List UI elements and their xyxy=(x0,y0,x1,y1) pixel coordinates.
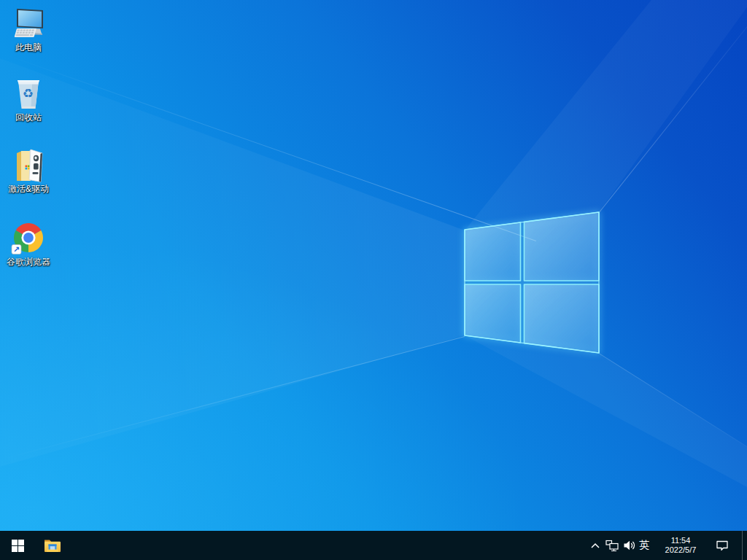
svg-text:↗: ↗ xyxy=(13,245,20,254)
light-ray-edge xyxy=(0,52,536,241)
light-beam-top-right xyxy=(0,0,747,560)
shortcut-arrow-icon: ↗ xyxy=(12,245,21,254)
desktop-icon-label: 此电脑 xyxy=(15,42,42,52)
file-explorer-icon xyxy=(44,537,61,553)
taskbar: 英 11:54 2022/5/7 xyxy=(0,531,747,560)
windows-logo-icon xyxy=(458,206,604,359)
open-folder-icon xyxy=(11,147,46,182)
network-icon xyxy=(605,540,619,552)
speaker-icon xyxy=(623,540,635,551)
svg-text:♻: ♻ xyxy=(23,87,34,101)
ime-language-label: 英 xyxy=(639,539,649,552)
windows-start-icon xyxy=(12,540,24,552)
this-pc-icon xyxy=(11,6,46,41)
light-ray-edge xyxy=(599,26,747,213)
light-ray-edge xyxy=(598,353,747,447)
action-center-icon xyxy=(716,540,729,551)
ime-language-button[interactable]: 英 xyxy=(636,531,652,560)
light-beam-left xyxy=(0,0,747,560)
volume-tray-button[interactable] xyxy=(621,531,637,560)
network-tray-button[interactable] xyxy=(604,531,620,560)
desktop-icon-label: 谷歌浏览器 xyxy=(7,257,50,267)
file-explorer-button[interactable] xyxy=(38,531,67,560)
show-desktop-button[interactable] xyxy=(742,531,747,560)
desktop-icon-recycle-bin[interactable]: ♻ 回收站 xyxy=(1,76,55,122)
clock-time: 11:54 xyxy=(671,536,691,545)
light-ray-edge xyxy=(0,336,465,460)
desktop-icon-activation-drivers[interactable]: 激活&驱动 xyxy=(1,147,55,194)
clock-date: 2022/5/7 xyxy=(665,545,697,555)
desktop: 此电脑 ♻ 回收站 xyxy=(0,0,747,560)
chrome-icon: ↗ xyxy=(11,220,46,255)
recycle-bin-icon: ♻ xyxy=(11,76,46,111)
show-hidden-icons-button[interactable] xyxy=(587,531,603,560)
wallpaper xyxy=(0,0,747,560)
desktop-icon-this-pc[interactable]: 此电脑 xyxy=(1,6,55,52)
chevron-up-icon xyxy=(591,542,600,549)
clock-button[interactable]: 11:54 2022/5/7 xyxy=(656,531,705,560)
desktop-icon-label: 激活&驱动 xyxy=(8,184,49,194)
start-button[interactable] xyxy=(0,531,35,560)
desktop-icon-label: 回收站 xyxy=(15,112,42,122)
action-center-button[interactable] xyxy=(709,531,735,560)
desktop-icon-google-chrome[interactable]: ↗ 谷歌浏览器 xyxy=(1,220,55,267)
light-beam-bottom-right xyxy=(0,0,747,560)
